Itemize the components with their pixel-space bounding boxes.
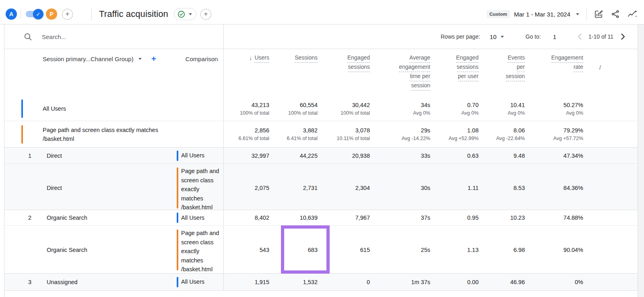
comparison-toggle[interactable]: ✓: [26, 11, 42, 17]
filler-cell: [588, 210, 637, 225]
comparison-avatar-p[interactable]: P: [46, 8, 57, 20]
metric-value-cell: 32,997: [228, 148, 274, 163]
check-circle-icon: [178, 10, 185, 18]
comparison-color-bar: [177, 167, 178, 208]
metric-value: 10.41: [510, 102, 525, 108]
header-line: sessions: [457, 63, 479, 72]
metric-value: 0.70: [467, 102, 479, 108]
dimension-selector[interactable]: Session primary...Channel Group)+: [4, 49, 175, 97]
share-icon[interactable]: [609, 8, 621, 20]
metric-subvalue: Avg -22.64%: [496, 136, 525, 141]
highlight-box: [281, 225, 330, 274]
metric-value-cell: 543: [228, 226, 274, 274]
metric-value-cell: 10,639: [274, 210, 322, 225]
metric-value-cell: 30s: [375, 164, 435, 212]
rows-per-page-chevron-icon[interactable]: [501, 36, 504, 38]
filler-cell: [588, 274, 637, 290]
metric-value: 1.08: [467, 127, 479, 134]
comparison-cell: All Users: [175, 148, 228, 163]
customize-report-icon[interactable]: [592, 8, 605, 20]
row-rank: 3: [4, 274, 37, 290]
column-header-sessions[interactable]: Sessions: [274, 49, 322, 97]
column-header-users[interactable]: ↓Users: [228, 49, 274, 97]
header-line: session: [411, 82, 430, 91]
partial-next-column-header: /: [588, 49, 637, 97]
chevron-down-icon: [189, 13, 192, 15]
add-comparison-button[interactable]: +: [62, 9, 73, 20]
filler-cell: [588, 226, 637, 274]
metric-value-cell: 37s: [375, 210, 435, 225]
channel-name: Unassigned: [37, 274, 175, 290]
report-status-dropdown[interactable]: [174, 8, 196, 20]
column-header-engaged-sessions[interactable]: Engagedsessions: [322, 49, 375, 97]
comparison-cell: Page path and screen class exactly match…: [175, 164, 228, 212]
goto-label: Go to:: [526, 33, 541, 40]
header-line: time per: [410, 72, 430, 81]
goto-input[interactable]: 1: [553, 33, 556, 40]
add-dimension-button[interactable]: +: [151, 54, 156, 64]
table-row: 2Organic SearchAll Users8,40210,6397,967…: [4, 210, 638, 225]
metric-value-cell: 2,731: [274, 164, 322, 212]
column-header-engagement-rate[interactable]: Engagementrate: [530, 49, 588, 97]
header-line: Average: [409, 54, 430, 63]
comparison-cell: Page path and screen class exactly match…: [175, 226, 228, 274]
vertical-scrollbar[interactable]: [638, 25, 644, 297]
summary-metric-cell: 10.41Avg 0%: [483, 97, 530, 121]
metric-value-cell: 1,532: [274, 274, 322, 290]
metric-value: 60,554: [300, 102, 318, 108]
metric-subvalue: Avg 0%: [461, 110, 479, 116]
metric-subvalue: Avg 0%: [508, 110, 525, 116]
summary-metric-cell: 43,213100% of total: [228, 97, 274, 121]
metric-value-cell: 47.34%: [530, 148, 588, 163]
metric-subvalue: Avg +52.99%: [449, 136, 479, 141]
comparison-label: Page path and screen class exactly match…: [181, 226, 222, 274]
metric-subvalue: 6.41% of total: [287, 136, 318, 141]
divider: [91, 7, 92, 21]
divider: [21, 10, 21, 19]
add-report-button[interactable]: +: [200, 9, 211, 20]
metric-value-cell: 6.98: [483, 226, 530, 274]
summary-metric-cell: 8.06Avg -22.64%: [483, 121, 530, 147]
metric-value: 30,442: [352, 102, 370, 108]
page-title: Traffic acquisition: [99, 9, 168, 19]
rows-per-page-value[interactable]: 10: [490, 33, 497, 40]
header-line: Engagement: [551, 54, 583, 63]
summary-label-text: Page path and screen class exactly match…: [43, 126, 176, 143]
metric-value-cell: 74.88%: [530, 210, 588, 225]
metric-value-cell: 615: [322, 226, 375, 274]
search-icon: [24, 33, 32, 41]
date-range-chevron-icon[interactable]: [576, 13, 579, 15]
summary-metric-cell: 2,8566.61% of total: [228, 121, 274, 147]
metric-subvalue: 100% of total: [240, 110, 269, 116]
date-range-value[interactable]: Mar 1 - Mar 31, 2024: [514, 11, 570, 18]
metric-value-cell: 1m 37s: [375, 274, 435, 290]
search-input[interactable]: [41, 33, 194, 41]
rows-per-page-label: Rows per page:: [441, 33, 480, 40]
insights-icon[interactable]: [626, 8, 638, 20]
metric-value-cell: 25s: [375, 226, 435, 274]
column-header-events-per-session[interactable]: Eventspersession: [483, 49, 530, 97]
comparison-label: Page path and screen class exactly match…: [181, 164, 222, 212]
summary-metric-cell: 3,8826.41% of total: [274, 121, 322, 147]
account-avatar[interactable]: A: [6, 8, 17, 20]
comparison-color-bar: [177, 229, 178, 270]
column-header-engaged-sessions-per-user[interactable]: Engagedsessionsper user: [435, 49, 483, 97]
header-line: rate: [574, 63, 583, 72]
metric-value: 34s: [421, 102, 430, 108]
table-row: DirectPage path and screen class exactly…: [4, 163, 638, 210]
filler-cell: [588, 164, 637, 212]
metric-value-cell: 1.11: [435, 164, 483, 212]
metric-value: 29s: [421, 127, 430, 134]
table-header-row: Session primary...Channel Group)+Compari…: [4, 49, 638, 97]
header-line: per: [517, 63, 525, 72]
metric-subvalue: Avg 0%: [413, 110, 430, 116]
metric-value-cell: 1.13: [435, 226, 483, 274]
row-rank: 1: [4, 148, 37, 163]
previous-page-icon: [576, 32, 584, 41]
next-page-icon[interactable]: [618, 32, 627, 41]
summary-metric-cell: 0.70Avg 0%: [435, 97, 483, 121]
metric-value-cell: 84.36%: [530, 164, 588, 212]
chevron-down-icon[interactable]: [138, 58, 142, 60]
header-line: session: [506, 72, 525, 81]
column-header-average-engagement-time-per-session[interactable]: Averageengagementtime persession: [375, 49, 435, 97]
